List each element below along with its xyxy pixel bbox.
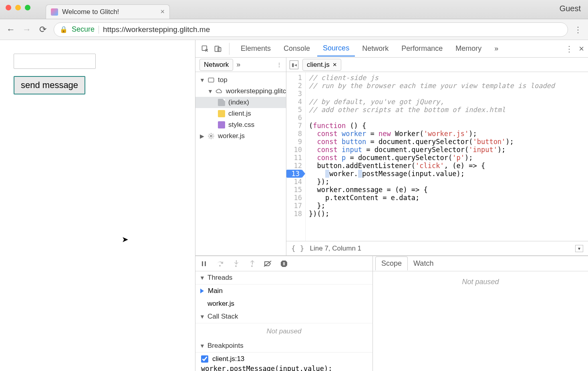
step-over-button[interactable]: [215, 259, 224, 268]
window-controls: [6, 5, 30, 10]
device-toolbar-icon[interactable]: [212, 43, 224, 54]
pause-on-exceptions-button[interactable]: [280, 259, 288, 268]
browser-menu-icon[interactable]: ⋮: [574, 25, 582, 34]
tree-top[interactable]: ▼ top: [195, 74, 286, 86]
scope-tab[interactable]: Scope: [375, 257, 408, 271]
source-editor: ▮◂ client.js × 1234567891011121314151617…: [286, 58, 588, 255]
maximize-window-icon[interactable]: [25, 5, 30, 10]
send-message-button[interactable]: send message: [14, 76, 85, 94]
tree-file-index[interactable]: (index): [195, 97, 286, 108]
svg-point-9: [251, 265, 253, 267]
back-button[interactable]: ←: [6, 24, 16, 35]
cursor-position: Line 7, Column 1: [310, 245, 362, 253]
page-content: send message: [0, 40, 195, 371]
threads-section[interactable]: ▼Threads: [195, 271, 373, 285]
gear-icon: [207, 132, 215, 140]
devtools-close-icon[interactable]: ×: [579, 44, 584, 54]
breakpoint-item[interactable]: client.js:13: [195, 353, 373, 364]
close-window-icon[interactable]: [6, 5, 11, 10]
devtools-tabbar: Elements Console Sources Network Perform…: [195, 40, 588, 58]
tab-network[interactable]: Network: [356, 41, 394, 56]
breakpoints-section[interactable]: ▼Breakpoints: [195, 339, 373, 353]
pretty-print-icon[interactable]: { }: [291, 244, 304, 253]
tree-file-stylecss[interactable]: style.css: [195, 119, 286, 130]
address-bar[interactable]: 🔒 Secure https://workerstepping.glitch.m…: [54, 22, 568, 37]
css-file-icon: [218, 121, 225, 128]
navigator-menu-icon[interactable]: ⋮: [276, 62, 282, 68]
devtools-panel: Elements Console Sources Network Perform…: [195, 40, 588, 371]
cursor-icon: ➤: [122, 235, 129, 244]
tab-sources[interactable]: Sources: [317, 41, 355, 56]
svg-rect-2: [218, 47, 221, 51]
thread-worker[interactable]: worker.js: [195, 297, 373, 310]
navigator-tab-network[interactable]: Network: [199, 59, 233, 71]
tab-performance[interactable]: Performance: [396, 41, 448, 56]
browser-tab[interactable]: Welcome to Glitch! ×: [46, 4, 170, 19]
favicon-icon: [51, 8, 58, 16]
step-out-button[interactable]: [248, 259, 256, 268]
tree-domain[interactable]: ▼ workerstepping.glitch: [195, 86, 286, 97]
debugger-panel: ▼Threads Main worker.js ▼Call Stack Not …: [195, 256, 373, 371]
pause-button[interactable]: [199, 259, 208, 268]
navigator-more-icon[interactable]: »: [236, 60, 240, 69]
divider: [99, 26, 99, 34]
svg-point-4: [210, 135, 212, 137]
breakpoint-checkbox[interactable]: [201, 355, 208, 363]
editor-tab-clientjs[interactable]: client.js ×: [302, 59, 341, 71]
step-into-button[interactable]: [232, 259, 240, 268]
more-tabs-icon[interactable]: »: [489, 41, 504, 56]
devtools-menu-icon[interactable]: ⋮: [565, 44, 573, 54]
scope-panel: Scope Watch Not paused: [373, 256, 588, 371]
minimize-window-icon[interactable]: [15, 5, 21, 10]
line-gutter[interactable]: 123456789101112131415161718: [286, 72, 306, 241]
inspect-element-icon[interactable]: [199, 43, 211, 54]
document-icon: [218, 99, 225, 106]
show-console-icon[interactable]: ▾: [575, 245, 583, 252]
deactivate-breakpoints-button[interactable]: [264, 259, 272, 268]
scope-empty: Not paused: [373, 271, 588, 371]
editor-tab-close-icon[interactable]: ×: [333, 61, 337, 69]
code-area[interactable]: // client-side js// run by the browser e…: [306, 72, 588, 241]
forward-button[interactable]: →: [22, 24, 32, 35]
callstack-section[interactable]: ▼Call Stack: [195, 310, 373, 323]
svg-rect-1: [215, 46, 219, 51]
svg-rect-5: [202, 261, 203, 266]
message-input[interactable]: [14, 54, 96, 69]
browser-titlebar: Welcome to Glitch! × Guest: [0, 0, 588, 19]
toggle-navigator-icon[interactable]: ▮◂: [290, 60, 298, 69]
tree-worker[interactable]: ▶ worker.js: [195, 130, 286, 142]
callstack-empty: Not paused: [195, 323, 373, 339]
tab-close-icon[interactable]: ×: [160, 8, 165, 16]
svg-rect-12: [284, 262, 285, 265]
browser-toolbar: ← → ⟳ 🔒 Secure https://workerstepping.gl…: [0, 19, 588, 40]
tab-memory[interactable]: Memory: [450, 41, 487, 56]
debugger-controls: [195, 256, 373, 271]
svg-rect-11: [283, 262, 284, 265]
profile-label[interactable]: Guest: [560, 4, 581, 13]
tab-console[interactable]: Console: [278, 41, 316, 56]
secure-label: Secure: [72, 25, 95, 34]
tab-elements[interactable]: Elements: [235, 41, 276, 56]
lock-icon: 🔒: [60, 26, 68, 33]
thread-main[interactable]: Main: [195, 285, 373, 297]
url-text: https://workerstepping.glitch.me: [103, 25, 210, 34]
sources-navigator: Network » ⋮ ▼ top ▼ workerstepping.glitc…: [195, 58, 286, 255]
js-file-icon: [218, 110, 225, 117]
reload-button[interactable]: ⟳: [38, 24, 48, 35]
svg-rect-6: [205, 261, 206, 266]
frame-icon: [207, 76, 215, 84]
editor-statusbar: { } Line 7, Column 1 ▾: [286, 241, 588, 255]
tree-file-clientjs[interactable]: client.js: [195, 108, 286, 119]
cloud-icon: [215, 88, 223, 95]
svg-point-7: [219, 265, 221, 267]
svg-point-8: [235, 265, 237, 267]
tab-title: Welcome to Glitch!: [62, 8, 156, 16]
svg-rect-3: [208, 78, 214, 82]
watch-tab[interactable]: Watch: [408, 257, 439, 270]
breakpoint-code: worker.postMessage(input.value);: [195, 364, 373, 371]
